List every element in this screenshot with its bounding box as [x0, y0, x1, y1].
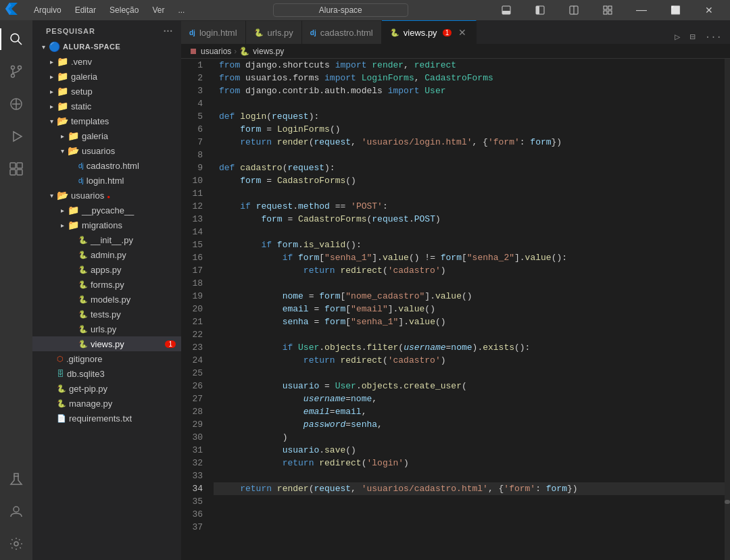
sidebar-item-db-sqlite[interactable]: 🗄 db.sqlite3	[32, 366, 181, 381]
py-icon: 🐍	[78, 310, 88, 319]
sidebar-item-login-html[interactable]: dj login.html	[32, 173, 181, 188]
tab-cadastro-html-label: cadastro.html	[320, 28, 373, 38]
sidebar-item-pycache[interactable]: ▸ 📁 __pycache__	[32, 203, 181, 218]
tests-label: tests.py	[91, 309, 121, 320]
sidebar-item-galeria-sub[interactable]: ▸ 📁 galeria	[32, 128, 181, 143]
run-button[interactable]: ▷	[672, 30, 683, 44]
py-icon: 🐍	[57, 384, 66, 393]
code-line-31: usuario.save()	[214, 444, 725, 457]
sidebar-item-forms[interactable]: 🐍 forms.py	[32, 277, 181, 292]
sidebar-item-cadastro-html[interactable]: dj cadastro.html	[32, 158, 181, 173]
tab-badge: 1	[443, 29, 452, 36]
folder-icon: 🔵	[49, 41, 60, 52]
activity-account[interactable]	[0, 495, 32, 528]
toggle-panel-button[interactable]	[491, 0, 522, 20]
line-num-16: 16	[181, 251, 208, 264]
code-line-29: password=senha,	[214, 418, 725, 431]
sidebar-item-venv[interactable]: ▸ 📁 .venv	[32, 54, 181, 69]
models-label: models.py	[91, 295, 130, 305]
code-line-24: return redirect('cadastro')	[214, 354, 725, 367]
activity-git[interactable]	[0, 88, 32, 120]
line-num-3: 3	[181, 84, 208, 97]
sidebar-item-get-pip[interactable]: 🐍 get-pip.py	[32, 381, 181, 396]
sidebar-item-admin[interactable]: 🐍 admin.py	[32, 247, 181, 262]
toggle-sidebar-button[interactable]	[525, 0, 556, 20]
line-num-30: 30	[181, 431, 208, 444]
line-num-31: 31	[181, 444, 208, 457]
menu-arquivo[interactable]: Arquivo	[28, 4, 67, 16]
menu-more[interactable]: ...	[172, 4, 190, 16]
activity-source-control[interactable]	[0, 55, 32, 88]
minimize-button[interactable]: —	[626, 0, 657, 20]
maximize-button[interactable]: ⬜	[660, 0, 691, 20]
sidebar-more-icon[interactable]: ···	[164, 26, 173, 36]
split-editor-button[interactable]	[558, 0, 589, 20]
menu-ver[interactable]: Ver	[147, 4, 170, 16]
sidebar-item-models[interactable]: 🐍 models.py	[32, 292, 181, 307]
sidebar-tree: ▾ 🔵 ALURA-SPACE ▸ 📁 .venv ▸ 📁 galeria	[32, 39, 181, 560]
split-editor-action[interactable]: ⊟	[687, 30, 698, 44]
activity-debug[interactable]	[0, 120, 32, 153]
line-num-27: 27	[181, 392, 208, 405]
activity-extensions[interactable]	[0, 153, 32, 185]
breadcrumb: usuarios › 🐍 views.py	[181, 44, 730, 59]
svg-point-14	[11, 74, 15, 78]
sidebar-item-templates[interactable]: ▾ 📂 templates	[32, 113, 181, 128]
tab-close-button[interactable]: ✕	[457, 27, 468, 38]
tab-login-html[interactable]: dj login.html	[181, 20, 246, 44]
sidebar-item-requirements[interactable]: 📄 requirements.txt	[32, 411, 181, 426]
code-content[interactable]: from django.shortcuts import render, red…	[214, 59, 725, 560]
py-icon: 🐍	[78, 280, 88, 289]
line-num-10: 10	[181, 174, 208, 187]
sidebar-item-galeria-root[interactable]: ▸ 📁 galeria	[32, 69, 181, 84]
line-num-28: 28	[181, 405, 208, 418]
apps-label: apps.py	[91, 265, 122, 275]
code-editor: 1 2 3 4 5 6 7 8 9 10 11 12 13 14 15 16 1…	[181, 59, 730, 560]
db-sqlite-label: db.sqlite3	[67, 369, 105, 379]
tab-login-html-label: login.html	[199, 28, 237, 38]
breadcrumb-views-py[interactable]: 🐍 views.py	[239, 47, 284, 56]
activity-search[interactable]	[0, 23, 32, 55]
requirements-label: requirements.txt	[69, 413, 132, 424]
tab-urls-py[interactable]: 🐍 urls.py	[246, 20, 302, 44]
code-line-7: return render(request, 'usuarios/login.h…	[214, 136, 725, 149]
setup-label: setup	[71, 86, 93, 97]
sidebar-item-init[interactable]: 🐍 __init__.py	[32, 232, 181, 247]
sidebar-item-apps[interactable]: 🐍 apps.py	[32, 262, 181, 277]
menu-selecao[interactable]: Seleção	[104, 4, 144, 16]
sidebar-item-setup[interactable]: ▸ 📁 setup	[32, 84, 181, 99]
window-controls: — ⬜ ✕	[491, 0, 725, 20]
activity-test[interactable]	[0, 463, 32, 495]
svg-point-12	[11, 66, 15, 70]
svg-rect-20	[10, 170, 16, 175]
search-bar[interactable]: 🔍 Alura-space	[273, 3, 408, 17]
sidebar-item-tests[interactable]: 🐍 tests.py	[32, 307, 181, 322]
layout-button[interactable]	[592, 0, 623, 20]
usuarios-sub-label: usuarios	[82, 146, 115, 156]
code-line-19: nome = form["nome_cadastro"].value()	[214, 290, 725, 303]
sidebar-item-migrations[interactable]: ▸ 📁 migrations	[32, 218, 181, 232]
code-line-16: if form["senha_1"].value() != form["senh…	[214, 251, 725, 264]
sidebar-item-views[interactable]: 🐍 views.py 1	[32, 336, 181, 351]
close-button[interactable]: ✕	[694, 0, 725, 20]
menu-editar[interactable]: Editar	[70, 4, 101, 16]
sidebar-item-urls[interactable]: 🐍 urls.py	[32, 322, 181, 336]
sidebar-item-manage[interactable]: 🐍 manage.py	[32, 396, 181, 411]
code-line-30: )	[214, 431, 725, 444]
search-input[interactable]: Alura-space	[273, 3, 408, 17]
sidebar: PESQUISAR ··· ▾ 🔵 ALURA-SPACE ▸ 📁 .venv	[32, 20, 181, 560]
line-num-29: 29	[181, 418, 208, 431]
sidebar-item-static[interactable]: ▸ 📁 static	[32, 99, 181, 113]
tab-views-py[interactable]: 🐍 views.py 1 ✕	[382, 20, 477, 44]
sidebar-item-project[interactable]: ▾ 🔵 ALURA-SPACE	[32, 39, 181, 54]
galeria-root-label: galeria	[71, 72, 97, 82]
sidebar-item-usuarios[interactable]: ▾ 📂 usuarios	[32, 188, 181, 203]
sidebar-item-usuarios-sub[interactable]: ▾ 📂 usuarios	[32, 143, 181, 158]
folder-icon: 📁	[68, 205, 79, 215]
sidebar-item-gitignore[interactable]: ⬡ .gitignore	[32, 351, 181, 366]
line-num-8: 8	[181, 149, 208, 161]
more-actions-button[interactable]: ···	[702, 30, 725, 44]
activity-settings[interactable]	[0, 528, 32, 560]
breadcrumb-usuarios[interactable]: usuarios	[189, 47, 231, 56]
tab-cadastro-html[interactable]: dj cadastro.html	[302, 20, 382, 44]
